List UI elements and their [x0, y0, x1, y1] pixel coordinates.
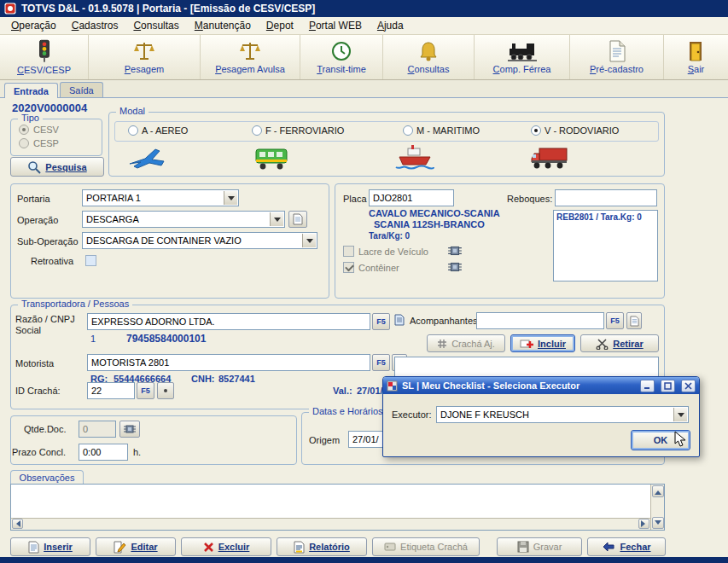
- relatorio-label: Relatório: [309, 542, 350, 552]
- id-cracha-f5-button[interactable]: F5: [137, 382, 154, 399]
- radio-aereo[interactable]: [128, 125, 138, 136]
- lacre-checkbox[interactable]: [343, 246, 354, 257]
- menu-cadastros[interactable]: Cadastros: [64, 18, 126, 33]
- executor-combo[interactable]: DJONE F KREUSCH: [436, 406, 689, 423]
- razao-f5-button[interactable]: F5: [372, 313, 390, 330]
- tab-entrada[interactable]: Entrada: [4, 83, 58, 98]
- radio-cesv[interactable]: [19, 125, 29, 135]
- observacoes-hscrollbar[interactable]: [11, 518, 650, 530]
- pesquisa-button[interactable]: Pesquisa: [10, 157, 104, 177]
- toolbar-sair[interactable]: Sair: [664, 35, 728, 79]
- gravar-button[interactable]: Gravar: [497, 537, 582, 556]
- observacoes-tab[interactable]: Observações: [10, 470, 84, 484]
- motorista-f5-button[interactable]: F5: [372, 354, 390, 371]
- cracha-aj-button[interactable]: Crachá Aj.: [427, 334, 505, 352]
- operacao-detail-button[interactable]: [288, 211, 307, 228]
- incluir-button[interactable]: Incluir: [510, 334, 575, 352]
- ok-button[interactable]: OK: [631, 430, 690, 450]
- acompanhantes-doc-button[interactable]: [626, 312, 642, 329]
- sub-operacao-combo[interactable]: DESCARGA DE CONTAINER VAZIO: [82, 232, 317, 249]
- acompanhantes-f5-button[interactable]: F5: [606, 312, 624, 329]
- arrow-up-icon: [655, 487, 661, 495]
- reboques-input[interactable]: [555, 189, 657, 206]
- chevron-down-icon: [274, 218, 281, 225]
- close-icon[interactable]: [681, 380, 696, 392]
- editar-button[interactable]: Editar: [96, 537, 176, 556]
- toolbar-pesagem[interactable]: Pesagem: [89, 35, 201, 79]
- radio-ferroviario[interactable]: [252, 125, 262, 136]
- operacao-combo[interactable]: DESCARGA: [82, 211, 285, 228]
- dot-icon: [164, 389, 167, 392]
- portaria-combo-button[interactable]: [224, 191, 237, 205]
- etiqueta-cracha-button[interactable]: Etiqueta Crachá: [372, 537, 480, 556]
- tab-saida[interactable]: Saída: [60, 82, 103, 97]
- placa-input[interactable]: DJO2801: [369, 189, 454, 206]
- toolbar-comp-ferrea[interactable]: Comp. Férrea: [475, 35, 570, 79]
- observacoes-textarea[interactable]: [10, 484, 665, 531]
- excluir-button[interactable]: Excluir: [181, 537, 271, 556]
- maximize-icon[interactable]: [661, 380, 675, 392]
- minimize-icon[interactable]: [640, 380, 655, 392]
- scroll-up-button[interactable]: [652, 485, 664, 497]
- retroativa-checkbox[interactable]: [85, 255, 96, 266]
- reboques-listbox[interactable]: REB2801 / Tara.Kg: 0: [553, 210, 658, 282]
- conteiner-checkbox[interactable]: [343, 262, 354, 273]
- pessoas-title: Transportadora / Pessoas: [18, 299, 132, 309]
- id-cracha-input[interactable]: 22: [87, 382, 135, 399]
- portaria-combo[interactable]: PORTARIA 1: [82, 189, 239, 206]
- new-page-icon: [28, 541, 39, 554]
- radio-maritimo[interactable]: [403, 125, 413, 136]
- fechar-button[interactable]: Fechar: [587, 537, 666, 556]
- lacre-label: Lacre de Veículo: [358, 247, 428, 257]
- radio-cesp[interactable]: [19, 138, 29, 148]
- menu-portal-web[interactable]: Portal WEB: [301, 18, 370, 33]
- toolbar-consultas[interactable]: Consultas: [383, 35, 475, 79]
- toolbar-pre-cadastro[interactable]: Pré-cadastro: [570, 35, 664, 79]
- sub-operacao-combo-button[interactable]: [302, 234, 316, 247]
- toolbar-pesagem-avulsa[interactable]: Pesagem Avulsa: [201, 35, 300, 79]
- scroll-down-button[interactable]: [652, 517, 664, 529]
- radio-rodoviario[interactable]: [531, 125, 541, 136]
- executor-combo-button[interactable]: [673, 408, 687, 421]
- search-icon: [27, 160, 41, 174]
- menu-consultas[interactable]: Consultas: [125, 18, 186, 33]
- inserir-button[interactable]: Inserir: [10, 537, 90, 556]
- lacre-chip-icon[interactable]: [447, 244, 463, 258]
- prazo-concl-input[interactable]: 0:00: [79, 444, 128, 461]
- executor-value: DJONE F KREUSCH: [440, 409, 529, 420]
- reboque-list-item[interactable]: REB2801 / Tara.Kg: 0: [556, 212, 642, 222]
- gravar-label: Gravar: [533, 542, 562, 552]
- chevron-down-icon: [678, 413, 684, 421]
- menu-manutencao[interactable]: Manutenção: [187, 18, 259, 33]
- relatorio-button[interactable]: Relatório: [277, 537, 367, 556]
- razao-input[interactable]: EXPRESSO ADORNO LTDA.: [87, 313, 370, 330]
- motorista-input[interactable]: MOTORISTA 2801: [87, 354, 370, 371]
- id-cracha-dot-button[interactable]: [157, 382, 174, 399]
- etiqueta-cracha-label: Etiqueta Crachá: [400, 542, 468, 552]
- acompanhantes-input[interactable]: [476, 312, 604, 329]
- dialog-title-bar[interactable]: SL | Meu Checklist - Seleciona Executor: [383, 377, 699, 394]
- datas-title: Datas e Horários: [309, 406, 387, 416]
- truck-icon: [529, 145, 570, 171]
- toolbar-transit-time[interactable]: Transit-time: [300, 35, 383, 79]
- back-arrow-icon: [602, 542, 615, 552]
- operacao-value: DESCARGA: [86, 214, 139, 224]
- observacoes-scrollbar[interactable]: [650, 485, 664, 530]
- operacao-combo-button[interactable]: [270, 212, 283, 226]
- menu-depot[interactable]: Depot: [259, 18, 301, 33]
- toolbar-cesv-cesp[interactable]: CESV/CESP: [0, 35, 89, 79]
- retirar-button[interactable]: Retirar: [580, 334, 659, 352]
- portaria-label: Portaria: [17, 194, 50, 204]
- arrow-left-icon: [13, 520, 20, 527]
- conteiner-chip-icon[interactable]: [447, 260, 463, 274]
- scroll-left-button[interactable]: [12, 519, 23, 529]
- menu-operacao[interactable]: Operação: [3, 18, 64, 33]
- add-icon: [520, 338, 533, 350]
- menu-ajuda[interactable]: Ajuda: [370, 18, 411, 33]
- app-icon: [4, 3, 16, 15]
- qtde-doc-chip-button[interactable]: [119, 421, 140, 438]
- toolbar-label: Transit-time: [317, 64, 366, 74]
- scroll-right-button[interactable]: [638, 519, 649, 529]
- train-icon: [254, 146, 292, 171]
- qtde-doc-input[interactable]: 0: [79, 421, 116, 438]
